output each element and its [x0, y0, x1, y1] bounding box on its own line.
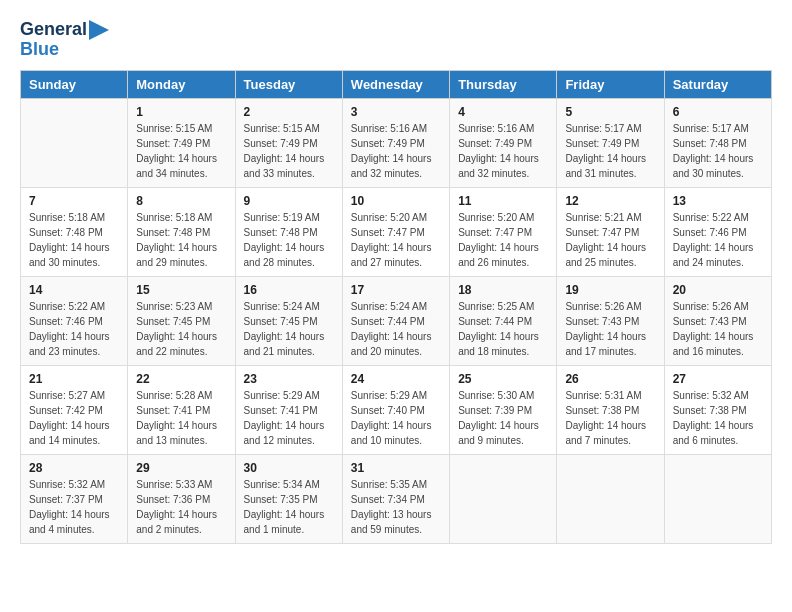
calendar-week-4: 21Sunrise: 5:27 AMSunset: 7:42 PMDayligh… [21, 365, 772, 454]
day-info: Sunrise: 5:34 AMSunset: 7:35 PMDaylight:… [244, 477, 334, 537]
calendar-cell: 31Sunrise: 5:35 AMSunset: 7:34 PMDayligh… [342, 454, 449, 543]
day-header-friday: Friday [557, 70, 664, 98]
day-number: 2 [244, 105, 334, 119]
day-number: 6 [673, 105, 763, 119]
day-number: 24 [351, 372, 441, 386]
day-info: Sunrise: 5:15 AMSunset: 7:49 PMDaylight:… [244, 121, 334, 181]
calendar-cell: 7Sunrise: 5:18 AMSunset: 7:48 PMDaylight… [21, 187, 128, 276]
calendar-week-5: 28Sunrise: 5:32 AMSunset: 7:37 PMDayligh… [21, 454, 772, 543]
calendar-header-row: SundayMondayTuesdayWednesdayThursdayFrid… [21, 70, 772, 98]
calendar-cell: 29Sunrise: 5:33 AMSunset: 7:36 PMDayligh… [128, 454, 235, 543]
day-info: Sunrise: 5:28 AMSunset: 7:41 PMDaylight:… [136, 388, 226, 448]
calendar-cell: 25Sunrise: 5:30 AMSunset: 7:39 PMDayligh… [450, 365, 557, 454]
day-number: 19 [565, 283, 655, 297]
calendar-cell [450, 454, 557, 543]
calendar-cell: 12Sunrise: 5:21 AMSunset: 7:47 PMDayligh… [557, 187, 664, 276]
day-info: Sunrise: 5:26 AMSunset: 7:43 PMDaylight:… [565, 299, 655, 359]
day-info: Sunrise: 5:29 AMSunset: 7:41 PMDaylight:… [244, 388, 334, 448]
day-number: 3 [351, 105, 441, 119]
day-number: 18 [458, 283, 548, 297]
day-number: 29 [136, 461, 226, 475]
day-info: Sunrise: 5:35 AMSunset: 7:34 PMDaylight:… [351, 477, 441, 537]
calendar-cell: 14Sunrise: 5:22 AMSunset: 7:46 PMDayligh… [21, 276, 128, 365]
day-info: Sunrise: 5:16 AMSunset: 7:49 PMDaylight:… [351, 121, 441, 181]
day-number: 1 [136, 105, 226, 119]
calendar-cell: 11Sunrise: 5:20 AMSunset: 7:47 PMDayligh… [450, 187, 557, 276]
day-number: 14 [29, 283, 119, 297]
logo-general: General [20, 20, 87, 40]
calendar-cell: 21Sunrise: 5:27 AMSunset: 7:42 PMDayligh… [21, 365, 128, 454]
day-info: Sunrise: 5:24 AMSunset: 7:44 PMDaylight:… [351, 299, 441, 359]
day-number: 9 [244, 194, 334, 208]
logo: General Blue [20, 20, 109, 60]
day-number: 16 [244, 283, 334, 297]
day-info: Sunrise: 5:15 AMSunset: 7:49 PMDaylight:… [136, 121, 226, 181]
day-number: 25 [458, 372, 548, 386]
day-number: 5 [565, 105, 655, 119]
calendar-cell: 20Sunrise: 5:26 AMSunset: 7:43 PMDayligh… [664, 276, 771, 365]
calendar-week-2: 7Sunrise: 5:18 AMSunset: 7:48 PMDaylight… [21, 187, 772, 276]
day-info: Sunrise: 5:25 AMSunset: 7:44 PMDaylight:… [458, 299, 548, 359]
day-number: 4 [458, 105, 548, 119]
day-info: Sunrise: 5:32 AMSunset: 7:38 PMDaylight:… [673, 388, 763, 448]
day-info: Sunrise: 5:31 AMSunset: 7:38 PMDaylight:… [565, 388, 655, 448]
calendar-cell: 30Sunrise: 5:34 AMSunset: 7:35 PMDayligh… [235, 454, 342, 543]
calendar-cell: 13Sunrise: 5:22 AMSunset: 7:46 PMDayligh… [664, 187, 771, 276]
day-number: 11 [458, 194, 548, 208]
calendar-cell: 15Sunrise: 5:23 AMSunset: 7:45 PMDayligh… [128, 276, 235, 365]
day-info: Sunrise: 5:20 AMSunset: 7:47 PMDaylight:… [458, 210, 548, 270]
day-info: Sunrise: 5:16 AMSunset: 7:49 PMDaylight:… [458, 121, 548, 181]
day-number: 13 [673, 194, 763, 208]
day-info: Sunrise: 5:22 AMSunset: 7:46 PMDaylight:… [673, 210, 763, 270]
calendar-cell: 16Sunrise: 5:24 AMSunset: 7:45 PMDayligh… [235, 276, 342, 365]
day-info: Sunrise: 5:23 AMSunset: 7:45 PMDaylight:… [136, 299, 226, 359]
day-number: 30 [244, 461, 334, 475]
day-header-thursday: Thursday [450, 70, 557, 98]
day-info: Sunrise: 5:21 AMSunset: 7:47 PMDaylight:… [565, 210, 655, 270]
day-info: Sunrise: 5:24 AMSunset: 7:45 PMDaylight:… [244, 299, 334, 359]
day-number: 8 [136, 194, 226, 208]
day-header-saturday: Saturday [664, 70, 771, 98]
calendar-cell: 22Sunrise: 5:28 AMSunset: 7:41 PMDayligh… [128, 365, 235, 454]
calendar-table: SundayMondayTuesdayWednesdayThursdayFrid… [20, 70, 772, 544]
calendar-cell: 8Sunrise: 5:18 AMSunset: 7:48 PMDaylight… [128, 187, 235, 276]
calendar-cell: 27Sunrise: 5:32 AMSunset: 7:38 PMDayligh… [664, 365, 771, 454]
calendar-cell [21, 98, 128, 187]
calendar-cell: 18Sunrise: 5:25 AMSunset: 7:44 PMDayligh… [450, 276, 557, 365]
calendar-cell: 2Sunrise: 5:15 AMSunset: 7:49 PMDaylight… [235, 98, 342, 187]
day-number: 26 [565, 372, 655, 386]
day-number: 21 [29, 372, 119, 386]
calendar-cell: 24Sunrise: 5:29 AMSunset: 7:40 PMDayligh… [342, 365, 449, 454]
day-header-wednesday: Wednesday [342, 70, 449, 98]
day-info: Sunrise: 5:27 AMSunset: 7:42 PMDaylight:… [29, 388, 119, 448]
day-info: Sunrise: 5:19 AMSunset: 7:48 PMDaylight:… [244, 210, 334, 270]
calendar-cell: 9Sunrise: 5:19 AMSunset: 7:48 PMDaylight… [235, 187, 342, 276]
calendar-cell: 1Sunrise: 5:15 AMSunset: 7:49 PMDaylight… [128, 98, 235, 187]
day-number: 17 [351, 283, 441, 297]
calendar-cell: 5Sunrise: 5:17 AMSunset: 7:49 PMDaylight… [557, 98, 664, 187]
day-info: Sunrise: 5:17 AMSunset: 7:49 PMDaylight:… [565, 121, 655, 181]
page-header: General Blue [20, 20, 772, 60]
calendar-cell: 10Sunrise: 5:20 AMSunset: 7:47 PMDayligh… [342, 187, 449, 276]
day-number: 22 [136, 372, 226, 386]
day-number: 10 [351, 194, 441, 208]
calendar-week-1: 1Sunrise: 5:15 AMSunset: 7:49 PMDaylight… [21, 98, 772, 187]
day-number: 12 [565, 194, 655, 208]
calendar-cell [557, 454, 664, 543]
day-info: Sunrise: 5:18 AMSunset: 7:48 PMDaylight:… [29, 210, 119, 270]
day-info: Sunrise: 5:32 AMSunset: 7:37 PMDaylight:… [29, 477, 119, 537]
day-number: 20 [673, 283, 763, 297]
calendar-cell: 19Sunrise: 5:26 AMSunset: 7:43 PMDayligh… [557, 276, 664, 365]
day-number: 31 [351, 461, 441, 475]
calendar-body: 1Sunrise: 5:15 AMSunset: 7:49 PMDaylight… [21, 98, 772, 543]
day-number: 28 [29, 461, 119, 475]
day-info: Sunrise: 5:29 AMSunset: 7:40 PMDaylight:… [351, 388, 441, 448]
logo-arrow-icon [89, 20, 109, 40]
day-info: Sunrise: 5:18 AMSunset: 7:48 PMDaylight:… [136, 210, 226, 270]
day-info: Sunrise: 5:22 AMSunset: 7:46 PMDaylight:… [29, 299, 119, 359]
calendar-cell [664, 454, 771, 543]
day-info: Sunrise: 5:33 AMSunset: 7:36 PMDaylight:… [136, 477, 226, 537]
day-header-monday: Monday [128, 70, 235, 98]
calendar-cell: 17Sunrise: 5:24 AMSunset: 7:44 PMDayligh… [342, 276, 449, 365]
day-number: 27 [673, 372, 763, 386]
